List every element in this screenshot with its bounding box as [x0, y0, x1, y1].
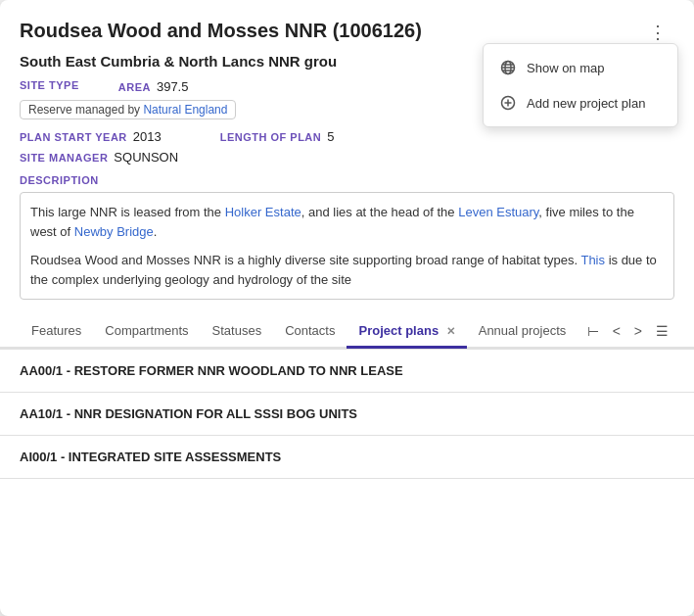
show-on-map-item[interactable]: Show on map	[484, 50, 677, 85]
header-row: Roudsea Wood and Mosses NNR (1006126) ⋮	[20, 20, 674, 45]
length-value: 5	[327, 129, 334, 144]
tab-project-plans[interactable]: Project plans ✕	[347, 315, 466, 349]
length-label: LENGTH OF PLAN	[220, 131, 322, 143]
tab-features[interactable]: Features	[20, 315, 93, 349]
site-type-label: SITE TYPE	[20, 79, 79, 91]
dropdown-menu: Show on map Add new project plan	[483, 43, 678, 127]
site-type-group: SITE TYPE	[20, 79, 79, 94]
natural-england-link[interactable]: Natural England	[143, 103, 227, 117]
info-rows: PLAN START YEAR 2013 LENGTH OF PLAN 5 SI…	[20, 129, 674, 165]
area-label: AREA	[118, 81, 151, 93]
project-item-aa10[interactable]: AA10/1 - NNR DESIGNATION FOR ALL SSSI BO…	[0, 393, 694, 436]
plan-start-value: 2013	[133, 129, 162, 144]
page-title: Roudsea Wood and Mosses NNR (1006126)	[20, 20, 422, 42]
add-project-plan-item[interactable]: Add new project plan	[484, 85, 677, 120]
site-manager-label: SITE MANAGER	[20, 152, 108, 164]
main-card: Roudsea Wood and Mosses NNR (1006126) ⋮ …	[0, 0, 694, 616]
globe-icon	[499, 59, 517, 76]
project-item-aa00[interactable]: AA00/1 - RESTORE FORMER NNR WOODLAND TO …	[0, 349, 694, 393]
tab-compartments[interactable]: Compartments	[93, 315, 200, 349]
site-manager-row: SITE MANAGER SQUNSON	[20, 150, 674, 165]
length-group: LENGTH OF PLAN 5	[220, 129, 335, 144]
plan-start-row: PLAN START YEAR 2013 LENGTH OF PLAN 5	[20, 129, 674, 144]
site-manager-group: SITE MANAGER SQUNSON	[20, 150, 178, 165]
add-project-plan-label: Add new project plan	[527, 96, 645, 111]
site-manager-value: SQUNSON	[114, 150, 178, 165]
tabs-row: Features Compartments Statuses Contacts …	[0, 315, 694, 349]
description-box[interactable]: This large NNR is leased from the Holker…	[20, 192, 674, 300]
tab-controls: ⊢ < > ☰	[581, 319, 674, 343]
tab-contacts[interactable]: Contacts	[273, 315, 347, 349]
area-value: 397.5	[157, 79, 189, 94]
add-icon	[499, 94, 517, 112]
show-on-map-label: Show on map	[527, 61, 605, 75]
tab-prev-button[interactable]: <	[607, 319, 626, 343]
plan-start-group: PLAN START YEAR 2013	[20, 129, 162, 144]
tab-first-button[interactable]: ⊢	[581, 319, 605, 343]
project-list: AA00/1 - RESTORE FORMER NNR WOODLAND TO …	[0, 349, 694, 479]
reserve-tag: Reserve managed by Natural England	[20, 100, 236, 119]
description-para-1: This large NNR is leased from the Holker…	[30, 203, 664, 241]
description-label: DESCRIPTION	[20, 174, 674, 186]
plan-start-label: PLAN START YEAR	[20, 131, 127, 143]
project-item-ai00[interactable]: AI00/1 - INTEGRATED SITE ASSESSMENTS	[0, 436, 694, 479]
kebab-menu-button[interactable]: ⋮	[641, 20, 674, 45]
tab-close-icon[interactable]: ✕	[446, 325, 455, 337]
tab-annual-projects[interactable]: Annual projects	[467, 315, 578, 349]
tab-next-button[interactable]: >	[628, 319, 648, 343]
description-para-2: Roudsea Wood and Mosses NNR is a highly …	[30, 251, 664, 289]
area-group: AREA 397.5	[118, 79, 189, 94]
tab-statuses[interactable]: Statuses	[201, 315, 274, 349]
tab-menu-button[interactable]: ☰	[650, 319, 674, 343]
